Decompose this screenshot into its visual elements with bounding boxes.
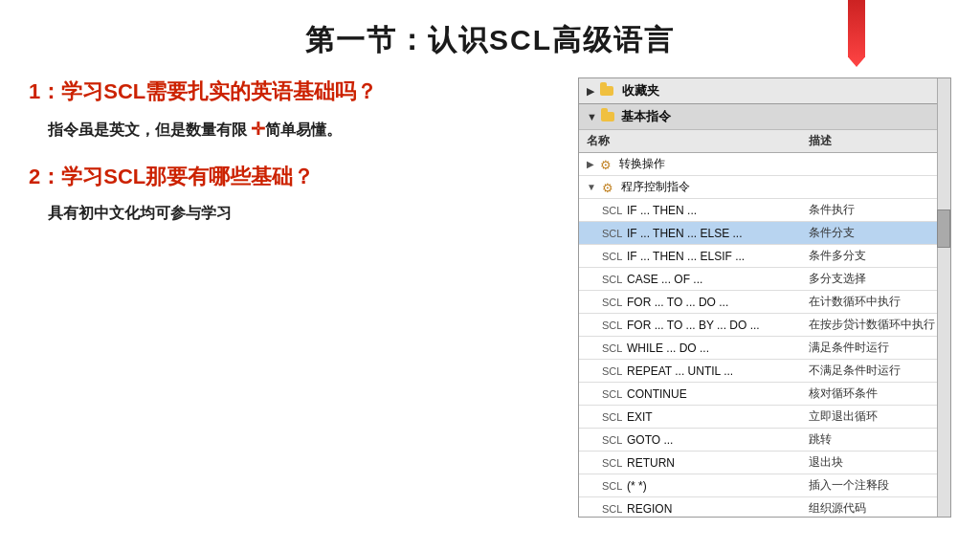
left-panel: 1：学习SCL需要扎实的英语基础吗？ 指令虽是英文，但是数量有限 ✛简单易懂。 … [29, 77, 559, 518]
repeat-until-desc: 不满足条件时运行 [809, 363, 943, 379]
scl-tag-8: SCL [602, 365, 623, 377]
repeat-until-label: REPEAT ... UNTIL ... [627, 364, 733, 378]
exit-desc: 立即退出循环 [809, 408, 943, 425]
row-region[interactable]: SCL REGION 组织源代码 [579, 497, 950, 518]
scl-tag-4: SCL [602, 274, 623, 285]
continue-label: CONTINUE [627, 387, 687, 401]
row-for-to-do[interactable]: SCL FOR ... TO ... DO ... 在计数循环中执行 [579, 291, 950, 314]
question-1: 1：学习SCL需要扎实的英语基础吗？ [29, 77, 549, 106]
while-do-label: WHILE ... DO ... [627, 342, 709, 355]
row-for-to-by-do[interactable]: SCL FOR ... TO ... BY ... DO ... 在按步贷计数循… [579, 314, 950, 337]
for-to-do-desc: 在计数循环中执行 [809, 294, 943, 310]
favorites-header[interactable]: ▶ 收藏夹 [579, 78, 950, 104]
prog-ctrl-label: 程序控制指令 [621, 179, 690, 195]
scl-tag-14: SCL [602, 503, 623, 515]
answer-1-text2: 简单易懂。 [265, 121, 342, 138]
scrollbar-thumb[interactable] [937, 209, 950, 248]
page-title: 第一节：认识SCL高级语言 [305, 24, 675, 55]
comment-label: (* *) [627, 479, 647, 493]
answer-1-text: 指令虽是英文，但是数量有限 [48, 121, 251, 138]
scl-tag-13: SCL [602, 480, 623, 492]
row-program-ctrl[interactable]: ▼ ⚙ 程序控制指令 [579, 176, 950, 199]
region-desc: 组织源代码 [809, 500, 943, 517]
return-label: RETURN [627, 456, 675, 470]
column-headers: 名称 描述 [579, 130, 950, 153]
row-convert-ops[interactable]: ▶ ⚙ 转换操作 [579, 153, 950, 176]
scl-tag-10: SCL [602, 411, 623, 423]
instruction-panel: ▶ 收藏夹 ▼ 基本指令 名称 描述 ▶ ⚙ 转换操作 ▼ [578, 77, 951, 518]
row-case-of[interactable]: SCL CASE ... OF ... 多分支选择 [579, 268, 950, 291]
row-continue[interactable]: SCL CONTINUE 核对循环条件 [579, 383, 950, 406]
case-of-label: CASE ... OF ... [627, 273, 702, 286]
if-then-desc: 条件执行 [809, 202, 943, 218]
scl-tag-1: SCL [602, 205, 623, 216]
row-if-then-elsif[interactable]: SCL IF ... THEN ... ELSIF ... 条件多分支 [579, 245, 950, 268]
row-repeat-until[interactable]: SCL REPEAT ... UNTIL ... 不满足条件时运行 [579, 360, 950, 383]
if-then-elsif-desc: 条件多分支 [809, 248, 943, 264]
row-exit[interactable]: SCL EXIT 立即退出循环 [579, 406, 950, 429]
case-of-desc: 多分支选择 [809, 271, 943, 287]
scl-tag-3: SCL [602, 251, 623, 262]
favorites-arrow: ▶ [587, 85, 594, 98]
basic-label: 基本指令 [621, 108, 671, 125]
bookmark-decoration [848, 0, 865, 67]
if-then-elsif-label: IF ... THEN ... ELSIF ... [627, 250, 745, 263]
col-desc-header: 描述 [809, 133, 943, 149]
region-label: REGION [627, 502, 672, 516]
basic-instructions-section[interactable]: ▼ 基本指令 [579, 104, 950, 130]
prog-ctrl-icon: ⚙ [602, 181, 614, 193]
goto-desc: 跳转 [809, 431, 943, 448]
if-then-label: IF ... THEN ... [627, 204, 697, 217]
basic-arrow: ▼ [587, 111, 597, 122]
comment-desc: 插入一个注释段 [809, 477, 943, 494]
col-name-header: 名称 [587, 133, 809, 149]
convert-expand-arrow: ▶ [587, 159, 594, 169]
if-then-else-desc: 条件分支 [809, 225, 943, 241]
folder-icon [600, 86, 613, 96]
convert-ops-label: 转换操作 [619, 156, 665, 172]
row-goto[interactable]: SCL GOTO ... 跳转 [579, 429, 950, 452]
answer-1: 指令虽是英文，但是数量有限 ✛简单易懂。 [48, 116, 549, 143]
row-comment[interactable]: SCL (* *) 插入一个注释段 [579, 474, 950, 497]
scl-tag-7: SCL [602, 342, 623, 354]
answer-2: 具有初中文化均可参与学习 [48, 201, 549, 226]
scl-tag-5: SCL [602, 297, 623, 308]
prog-expand-arrow: ▼ [587, 182, 596, 192]
for-to-by-do-desc: 在按步贷计数循环中执行 [809, 317, 943, 333]
title-area: 第一节：认识SCL高级语言 [0, 0, 980, 77]
row-while-do[interactable]: SCL WHILE ... DO ... 满足条件时运行 [579, 337, 950, 360]
row-if-then[interactable]: SCL IF ... THEN ... 条件执行 [579, 199, 950, 222]
row-return[interactable]: SCL RETURN 退出块 [579, 452, 950, 474]
if-then-else-label: IF ... THEN ... ELSE ... [627, 227, 742, 240]
question-2: 2：学习SCL那要有哪些基础？ [29, 163, 549, 191]
main-content: 1：学习SCL需要扎实的英语基础吗？ 指令虽是英文，但是数量有限 ✛简单易懂。 … [0, 77, 980, 518]
scrollbar[interactable] [937, 78, 950, 517]
scl-tag-6: SCL [602, 320, 623, 331]
favorites-label: 收藏夹 [622, 82, 659, 99]
basic-folder-icon [601, 112, 614, 121]
goto-label: GOTO ... [627, 433, 673, 447]
for-to-by-do-label: FOR ... TO ... BY ... DO ... [627, 319, 760, 332]
for-to-do-label: FOR ... TO ... DO ... [627, 296, 728, 309]
pin-icon: ✛ [251, 116, 265, 143]
scl-tag-11: SCL [602, 434, 623, 446]
convert-icon: ⚙ [600, 158, 612, 170]
scl-tag-9: SCL [602, 388, 623, 400]
exit-label: EXIT [627, 410, 653, 424]
continue-desc: 核对循环条件 [809, 386, 943, 402]
return-desc: 退出块 [809, 454, 943, 471]
scl-tag-12: SCL [602, 457, 623, 469]
while-do-desc: 满足条件时运行 [809, 340, 943, 356]
row-if-then-else[interactable]: SCL IF ... THEN ... ELSE ... 条件分支 [579, 222, 950, 245]
scl-tag-2: SCL [602, 228, 623, 239]
